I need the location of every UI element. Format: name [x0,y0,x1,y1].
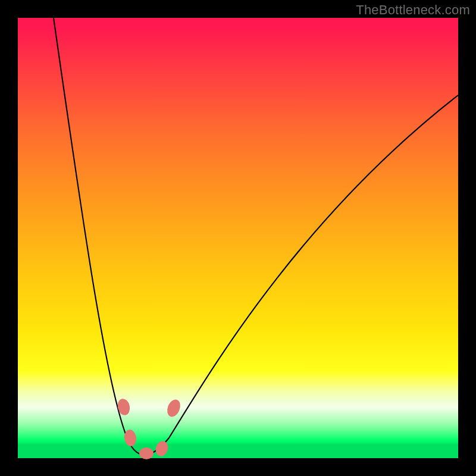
marker-left-lower [123,429,137,447]
bottleneck-curve [54,18,458,455]
watermark-text: TheBottleneck.com [356,2,470,18]
marker-right-upper [165,397,183,418]
marker-bottom-mid-shape [139,447,154,459]
chart-plot-area [18,18,458,458]
marker-left-upper-shape [116,397,131,416]
marker-right-lower [154,440,170,458]
marker-right-upper-shape [165,397,183,418]
marker-right-lower-shape [154,440,170,458]
marker-left-lower-shape [123,429,137,447]
marker-bottom-mid [139,447,154,459]
marker-left-upper [116,397,131,416]
chart-svg [18,18,458,458]
chart-frame: TheBottleneck.com [0,0,476,476]
